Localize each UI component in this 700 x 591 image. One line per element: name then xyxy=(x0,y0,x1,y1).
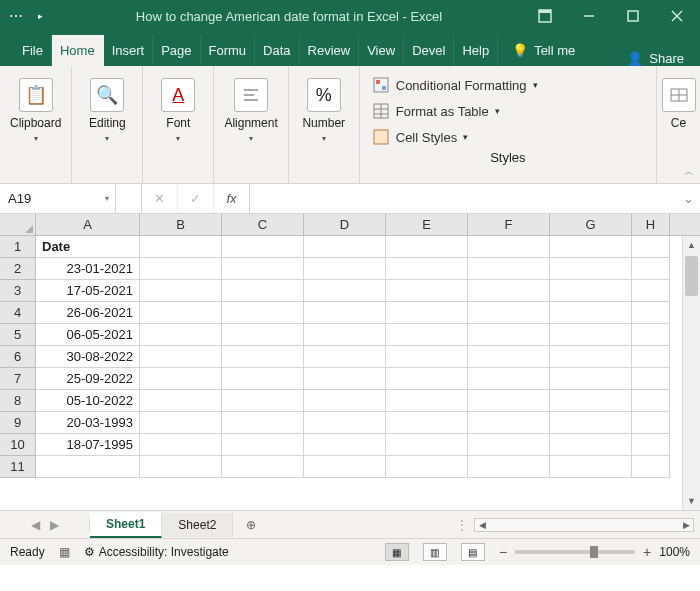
row-header[interactable]: 2 xyxy=(0,258,36,280)
scroll-right-icon[interactable]: ▶ xyxy=(679,520,693,530)
tab-page-layout[interactable]: Page xyxy=(153,35,200,66)
cell-G6[interactable] xyxy=(550,346,632,368)
cell-G5[interactable] xyxy=(550,324,632,346)
cell-B8[interactable] xyxy=(140,390,222,412)
number-button[interactable]: % Number ▾ xyxy=(295,72,353,149)
cell-E11[interactable] xyxy=(386,456,468,478)
next-sheet-icon[interactable]: ▶ xyxy=(50,518,59,532)
cell-E6[interactable] xyxy=(386,346,468,368)
cell-H1[interactable] xyxy=(632,236,670,258)
cell-G11[interactable] xyxy=(550,456,632,478)
col-header-E[interactable]: E xyxy=(386,214,468,235)
cell-F3[interactable] xyxy=(468,280,550,302)
cell-D7[interactable] xyxy=(304,368,386,390)
cell-E9[interactable] xyxy=(386,412,468,434)
cell-G8[interactable] xyxy=(550,390,632,412)
row-header[interactable]: 8 xyxy=(0,390,36,412)
cell-C9[interactable] xyxy=(222,412,304,434)
scroll-down-icon[interactable]: ▼ xyxy=(683,492,700,510)
page-break-view-button[interactable]: ▤ xyxy=(461,543,485,561)
formula-input[interactable] xyxy=(250,184,676,213)
scroll-up-icon[interactable]: ▲ xyxy=(683,236,700,254)
cell-G7[interactable] xyxy=(550,368,632,390)
cell-E10[interactable] xyxy=(386,434,468,456)
expand-formula-bar-icon[interactable]: ⌄ xyxy=(676,184,700,213)
cell-D4[interactable] xyxy=(304,302,386,324)
cell-H4[interactable] xyxy=(632,302,670,324)
ribbon-display-icon[interactable] xyxy=(526,2,564,30)
cell-A10[interactable]: 18-07-1995 xyxy=(36,434,140,456)
cell-A3[interactable]: 17-05-2021 xyxy=(36,280,140,302)
share-button[interactable]: 👤 Share xyxy=(611,51,700,66)
cancel-formula-button[interactable]: ✕ xyxy=(142,184,178,213)
cell-C1[interactable] xyxy=(222,236,304,258)
cell-B3[interactable] xyxy=(140,280,222,302)
row-header[interactable]: 5 xyxy=(0,324,36,346)
cell-C5[interactable] xyxy=(222,324,304,346)
cell-D3[interactable] xyxy=(304,280,386,302)
cell-H7[interactable] xyxy=(632,368,670,390)
zoom-slider[interactable] xyxy=(515,550,635,554)
name-box[interactable]: A19 ▾ xyxy=(0,184,116,213)
collapse-ribbon-icon[interactable]: ︿ xyxy=(684,165,694,179)
tab-insert[interactable]: Insert xyxy=(104,35,154,66)
cell-H3[interactable] xyxy=(632,280,670,302)
cell-G1[interactable] xyxy=(550,236,632,258)
row-header[interactable]: 7 xyxy=(0,368,36,390)
format-as-table-button[interactable]: Format as Table ▾ xyxy=(372,98,644,124)
quickaccess-more-icon[interactable]: ⋯ xyxy=(4,8,28,24)
tab-review[interactable]: Review xyxy=(300,35,360,66)
cell-C8[interactable] xyxy=(222,390,304,412)
row-header[interactable]: 6 xyxy=(0,346,36,368)
cell-F11[interactable] xyxy=(468,456,550,478)
sheet-nav[interactable]: ◀ ▶ xyxy=(0,518,90,532)
drag-handle-icon[interactable]: ⋮ xyxy=(456,518,468,532)
cell-B9[interactable] xyxy=(140,412,222,434)
zoom-level[interactable]: 100% xyxy=(659,545,690,559)
add-sheet-button[interactable]: ⊕ xyxy=(233,518,269,532)
zoom-knob[interactable] xyxy=(590,546,598,558)
accessibility-button[interactable]: ⚙ Accessibility: Investigate xyxy=(84,545,229,559)
zoom-in-button[interactable]: + xyxy=(643,544,651,560)
cell-A5[interactable]: 06-05-2021 xyxy=(36,324,140,346)
cell-F1[interactable] xyxy=(468,236,550,258)
vertical-scrollbar[interactable]: ▲ ▼ xyxy=(682,236,700,510)
grid-body[interactable]: 1Date223-01-2021317-05-2021426-06-202150… xyxy=(0,236,700,510)
normal-view-button[interactable]: ▦ xyxy=(385,543,409,561)
cell-G3[interactable] xyxy=(550,280,632,302)
tab-data[interactable]: Data xyxy=(255,35,299,66)
cell-A9[interactable]: 20-03-1993 xyxy=(36,412,140,434)
cell-B7[interactable] xyxy=(140,368,222,390)
quickaccess-chevron-icon[interactable]: ▸ xyxy=(28,11,52,21)
tab-home[interactable]: Home xyxy=(52,35,104,66)
cell-A6[interactable]: 30-08-2022 xyxy=(36,346,140,368)
insert-function-button[interactable]: fx xyxy=(214,184,250,213)
cell-D5[interactable] xyxy=(304,324,386,346)
prev-sheet-icon[interactable]: ◀ xyxy=(31,518,40,532)
cell-G4[interactable] xyxy=(550,302,632,324)
alignment-button[interactable]: Alignment ▾ xyxy=(220,72,281,149)
cell-B1[interactable] xyxy=(140,236,222,258)
cells-button[interactable]: Ce xyxy=(658,72,700,136)
cell-E4[interactable] xyxy=(386,302,468,324)
cell-A4[interactable]: 26-06-2021 xyxy=(36,302,140,324)
cell-B5[interactable] xyxy=(140,324,222,346)
minimize-button[interactable] xyxy=(570,2,608,30)
cell-B2[interactable] xyxy=(140,258,222,280)
row-header[interactable]: 1 xyxy=(0,236,36,258)
cell-C7[interactable] xyxy=(222,368,304,390)
cell-D10[interactable] xyxy=(304,434,386,456)
row-header[interactable]: 3 xyxy=(0,280,36,302)
tab-view[interactable]: View xyxy=(359,35,404,66)
cell-A1[interactable]: Date xyxy=(36,236,140,258)
col-header-F[interactable]: F xyxy=(468,214,550,235)
cell-E1[interactable] xyxy=(386,236,468,258)
cell-A8[interactable]: 05-10-2022 xyxy=(36,390,140,412)
cell-G2[interactable] xyxy=(550,258,632,280)
cell-D8[interactable] xyxy=(304,390,386,412)
cell-G10[interactable] xyxy=(550,434,632,456)
clipboard-button[interactable]: 📋 Clipboard ▾ xyxy=(6,72,65,149)
enter-formula-button[interactable]: ✓ xyxy=(178,184,214,213)
cell-E5[interactable] xyxy=(386,324,468,346)
tell-me[interactable]: 💡 Tell me xyxy=(506,35,581,66)
